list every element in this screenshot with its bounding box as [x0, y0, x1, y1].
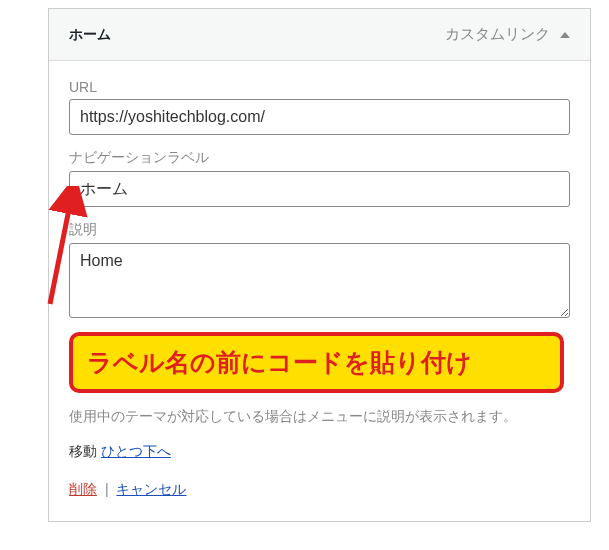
panel-header[interactable]: ホーム カスタムリンク	[49, 9, 590, 61]
description-label: 説明	[69, 221, 570, 239]
move-label: 移動	[69, 443, 97, 459]
action-links: 削除 | キャンセル	[69, 481, 570, 499]
move-down-link[interactable]: ひとつ下へ	[101, 443, 171, 459]
description-note: 使用中のテーマが対応している場合はメニューに説明が表示されます。	[69, 405, 570, 427]
separator: |	[105, 481, 109, 497]
annotation-text: ラベル名の前にコードを貼り付け	[87, 348, 472, 376]
annotation-callout: ラベル名の前にコードを貼り付け	[69, 332, 564, 393]
panel-title: ホーム	[69, 26, 111, 44]
cancel-link[interactable]: キャンセル	[116, 481, 186, 497]
url-input[interactable]	[69, 99, 570, 135]
menu-item-panel: ホーム カスタムリンク URL ナビゲーションラベル 説明 ラベル名の前にコード…	[48, 8, 591, 522]
nav-label-input[interactable]	[69, 171, 570, 207]
nav-label-label: ナビゲーションラベル	[69, 149, 570, 167]
panel-body: URL ナビゲーションラベル 説明 ラベル名の前にコードを貼り付け 使用中のテー…	[49, 61, 590, 521]
move-controls: 移動 ひとつ下へ	[69, 443, 570, 461]
panel-type: カスタムリンク	[445, 25, 570, 44]
description-textarea[interactable]	[69, 243, 570, 318]
caret-up-icon	[560, 32, 570, 38]
panel-type-text: カスタムリンク	[445, 25, 550, 44]
delete-link[interactable]: 削除	[69, 481, 97, 497]
url-label: URL	[69, 79, 570, 95]
